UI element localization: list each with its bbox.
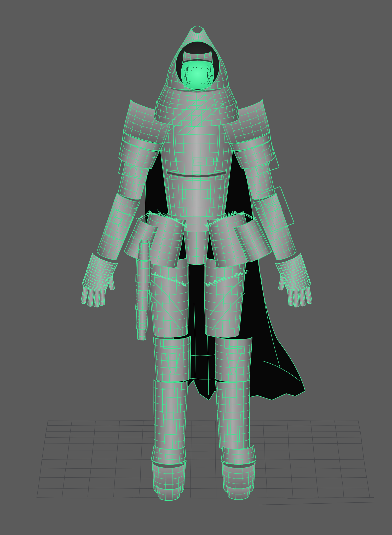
part-right-thigh[interactable] bbox=[204, 257, 246, 338]
part-left-shin-guard[interactable] bbox=[154, 380, 188, 449]
part-right-boot[interactable] bbox=[221, 445, 256, 500]
viewport-canvas[interactable] bbox=[0, 0, 392, 535]
part-left-thigh[interactable] bbox=[147, 257, 189, 338]
3d-viewport[interactable] bbox=[0, 0, 392, 535]
part-right-shin-guard[interactable] bbox=[215, 380, 250, 450]
part-crotch-guard[interactable] bbox=[183, 230, 210, 265]
part-left-boot[interactable] bbox=[151, 445, 187, 501]
part-left-knee-guard[interactable] bbox=[153, 336, 191, 382]
part-right-knee-guard[interactable] bbox=[215, 336, 252, 382]
part-helmet-visor[interactable] bbox=[181, 51, 214, 90]
